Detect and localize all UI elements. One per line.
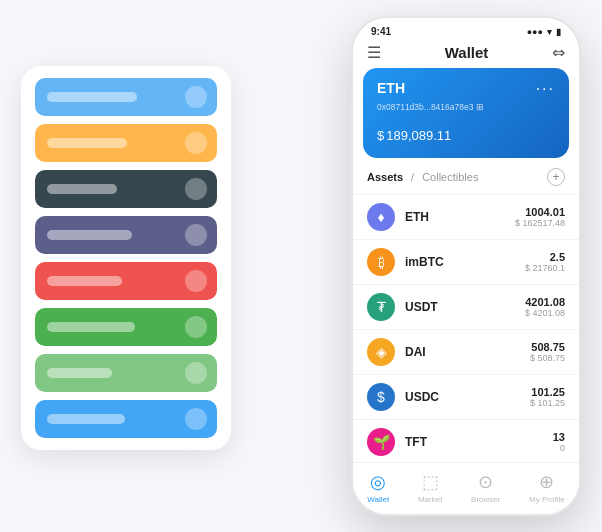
nav-wallet[interactable]: ◎ Wallet: [367, 471, 389, 504]
card-icon-2: [185, 178, 207, 200]
profile-nav-label: My Profile: [529, 495, 565, 504]
asset-logo-eth: ♦: [367, 203, 395, 231]
asset-amount-dai: 508.75: [530, 341, 565, 353]
tab-assets[interactable]: Assets: [367, 171, 403, 183]
asset-logo-usdc: $: [367, 383, 395, 411]
asset-name-usdt: USDT: [405, 300, 525, 314]
asset-name-eth: ETH: [405, 210, 515, 224]
asset-name-dai: DAI: [405, 345, 530, 359]
asset-name-imbtc: imBTC: [405, 255, 525, 269]
card-item-5[interactable]: [35, 308, 217, 346]
asset-usd-usdc: $ 101.25: [530, 398, 565, 408]
balance-amount: 189,089.11: [386, 128, 451, 143]
asset-amounts-dai: 508.75$ 508.75: [530, 341, 565, 363]
asset-amount-usdc: 101.25: [530, 386, 565, 398]
header-title: Wallet: [381, 44, 552, 61]
card-item-1[interactable]: [35, 124, 217, 162]
nav-market[interactable]: ⬚ Market: [418, 471, 442, 504]
tab-separator: /: [411, 171, 414, 183]
asset-usd-imbtc: $ 21760.1: [525, 263, 565, 273]
market-nav-icon: ⬚: [422, 471, 439, 493]
wifi-icon: ▾: [547, 27, 552, 37]
card-bar-2: [47, 184, 117, 194]
card-item-7[interactable]: [35, 400, 217, 438]
card-icon-6: [185, 362, 207, 384]
assets-section: Assets / Collectibles + ♦ETH1004.01$ 162…: [353, 168, 579, 462]
signal-icon: ●●●: [527, 27, 543, 37]
asset-amounts-usdc: 101.25$ 101.25: [530, 386, 565, 408]
card-item-6[interactable]: [35, 354, 217, 392]
card-item-3[interactable]: [35, 216, 217, 254]
scene: 9:41 ●●● ▾ ▮ ☰ Wallet ⇔ ETH ··· 0x08711d…: [21, 16, 581, 516]
card-icon-5: [185, 316, 207, 338]
asset-amounts-imbtc: 2.5$ 21760.1: [525, 251, 565, 273]
asset-logo-usdt: ₮: [367, 293, 395, 321]
asset-logo-imbtc: ₿: [367, 248, 395, 276]
asset-amounts-usdt: 4201.08$ 4201.08: [525, 296, 565, 318]
browser-nav-icon: ⊙: [478, 471, 493, 493]
card-stack: [21, 66, 231, 450]
eth-card-address: 0x08711d3b...8416a78e3 ⊞: [377, 102, 555, 112]
asset-usd-usdt: $ 4201.08: [525, 308, 565, 318]
bottom-nav: ◎ Wallet ⬚ Market ⊙ Browser ⊕ My Profile: [353, 462, 579, 514]
assets-header: Assets / Collectibles +: [353, 168, 579, 194]
asset-item-eth[interactable]: ♦ETH1004.01$ 162517.48: [353, 194, 579, 239]
asset-item-tft[interactable]: 🌱TFT130: [353, 419, 579, 462]
status-time: 9:41: [371, 26, 391, 37]
eth-card[interactable]: ETH ··· 0x08711d3b...8416a78e3 ⊞ $189,08…: [363, 68, 569, 158]
expand-icon[interactable]: ⇔: [552, 43, 565, 62]
asset-amounts-tft: 130: [553, 431, 565, 453]
asset-item-imbtc[interactable]: ₿imBTC2.5$ 21760.1: [353, 239, 579, 284]
card-item-4[interactable]: [35, 262, 217, 300]
battery-icon: ▮: [556, 27, 561, 37]
wallet-nav-icon: ◎: [370, 471, 386, 493]
asset-list: ♦ETH1004.01$ 162517.48₿imBTC2.5$ 21760.1…: [353, 194, 579, 462]
eth-card-dots[interactable]: ···: [536, 80, 555, 98]
currency-symbol: $: [377, 128, 384, 143]
card-bar-0: [47, 92, 137, 102]
asset-item-usdc[interactable]: $USDC101.25$ 101.25: [353, 374, 579, 419]
profile-nav-icon: ⊕: [539, 471, 554, 493]
status-icons: ●●● ▾ ▮: [527, 27, 561, 37]
nav-profile[interactable]: ⊕ My Profile: [529, 471, 565, 504]
asset-amount-tft: 13: [553, 431, 565, 443]
eth-card-balance: $189,089.11: [377, 120, 555, 146]
menu-icon[interactable]: ☰: [367, 43, 381, 62]
asset-amount-usdt: 4201.08: [525, 296, 565, 308]
card-bar-7: [47, 414, 125, 424]
tab-collectibles[interactable]: Collectibles: [422, 171, 478, 183]
card-icon-4: [185, 270, 207, 292]
card-icon-3: [185, 224, 207, 246]
asset-logo-tft: 🌱: [367, 428, 395, 456]
market-nav-label: Market: [418, 495, 442, 504]
card-icon-7: [185, 408, 207, 430]
asset-item-dai[interactable]: ◈DAI508.75$ 508.75: [353, 329, 579, 374]
asset-amount-imbtc: 2.5: [525, 251, 565, 263]
assets-tabs: Assets / Collectibles: [367, 171, 478, 183]
card-bar-4: [47, 276, 122, 286]
card-icon-0: [185, 86, 207, 108]
asset-item-usdt[interactable]: ₮USDT4201.08$ 4201.08: [353, 284, 579, 329]
eth-card-top: ETH ···: [377, 80, 555, 98]
add-asset-button[interactable]: +: [547, 168, 565, 186]
card-bar-6: [47, 368, 112, 378]
browser-nav-label: Browser: [471, 495, 500, 504]
asset-usd-tft: 0: [553, 443, 565, 453]
asset-usd-eth: $ 162517.48: [515, 218, 565, 228]
card-bar-3: [47, 230, 132, 240]
asset-logo-dai: ◈: [367, 338, 395, 366]
card-icon-1: [185, 132, 207, 154]
eth-card-title: ETH: [377, 80, 405, 96]
status-bar: 9:41 ●●● ▾ ▮: [353, 18, 579, 39]
phone-mockup: 9:41 ●●● ▾ ▮ ☰ Wallet ⇔ ETH ··· 0x08711d…: [351, 16, 581, 516]
nav-browser[interactable]: ⊙ Browser: [471, 471, 500, 504]
card-bar-5: [47, 322, 135, 332]
asset-amount-eth: 1004.01: [515, 206, 565, 218]
wallet-nav-label: Wallet: [367, 495, 389, 504]
phone-header: ☰ Wallet ⇔: [353, 39, 579, 68]
card-bar-1: [47, 138, 127, 148]
card-item-0[interactable]: [35, 78, 217, 116]
card-item-2[interactable]: [35, 170, 217, 208]
asset-name-usdc: USDC: [405, 390, 530, 404]
asset-amounts-eth: 1004.01$ 162517.48: [515, 206, 565, 228]
